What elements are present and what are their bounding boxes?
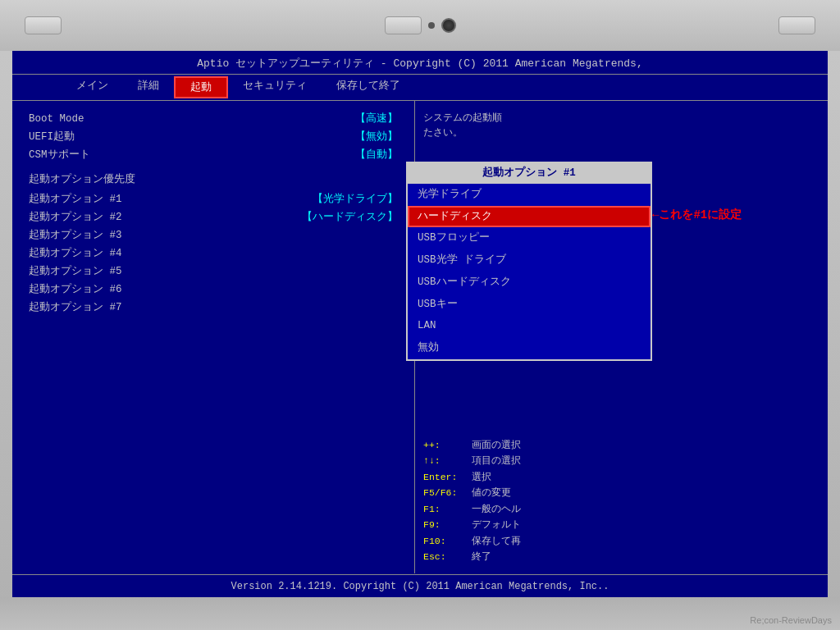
boot-option-3-label: 起動オプション #3 xyxy=(29,227,122,244)
dropdown-item-optical[interactable]: 光学ドライブ xyxy=(408,184,651,206)
key-f9-desc: デフォルト xyxy=(472,517,521,533)
dropdown-item-usb-optical[interactable]: USB光学 ドライブ xyxy=(408,249,651,272)
boot-option-6-label: 起動オプション #6 xyxy=(29,281,122,298)
bezel-button-left xyxy=(25,16,62,34)
boot-mode-label: Boot Mode xyxy=(29,111,84,127)
key-updown-desc: 項目の選択 xyxy=(472,453,521,469)
dropdown-item-usb-hdd[interactable]: USBハードディスク xyxy=(408,272,651,294)
key-row-enter: Enter: 選択 xyxy=(423,469,587,486)
key-row-esc: Esc: 終了 xyxy=(423,549,587,565)
key-f10-desc: 保存して再 xyxy=(472,533,521,550)
key-row-f1: F1: 一般のヘル xyxy=(423,501,587,518)
tab-boot[interactable]: 起動 xyxy=(174,76,228,99)
bios-status-bar: Version 2.14.1219. Copyright (C) 2011 Am… xyxy=(12,574,828,597)
boot-option-4-row[interactable]: 起動オプション #4 xyxy=(29,245,398,262)
dropdown-item-disabled[interactable]: 無効 xyxy=(408,337,651,359)
key-f5f6: F5/F6: xyxy=(423,485,468,501)
annotation-arrow: ←これを#1に設定 xyxy=(652,207,742,224)
boot-option-5-row[interactable]: 起動オプション #5 xyxy=(29,263,398,280)
webcam-area xyxy=(385,16,456,34)
key-row-f10: F10: 保存して再 xyxy=(423,533,587,550)
hint-text: システムの起動順たさい。 xyxy=(423,111,587,140)
key-row-f9: F9: デフォルト xyxy=(423,517,587,533)
boot-option-1-label: 起動オプション #1 xyxy=(29,191,122,208)
dropdown-item-usb-floppy[interactable]: USBフロッピー xyxy=(408,227,651,249)
boot-option-4-label: 起動オプション #4 xyxy=(29,245,122,262)
boot-mode-value: 【高速】 xyxy=(355,111,398,127)
boot-mode-row[interactable]: Boot Mode 【高速】 xyxy=(29,111,398,127)
key-hints-section: ++: 画面の選択 ↑↓: 項目の選択 Enter: 選択 F5/F6: xyxy=(423,437,587,565)
key-row-updown: ↑↓: 項目の選択 xyxy=(423,453,587,469)
webcam-lens xyxy=(441,18,456,33)
key-enter-desc: 選択 xyxy=(472,469,491,486)
bios-menu-bar[interactable]: メイン 詳細 起動 セキュリティ 保存して終了 xyxy=(12,75,828,102)
csm-row[interactable]: CSMサポート 【自動】 xyxy=(29,147,398,163)
bottom-bezel xyxy=(0,597,840,630)
tab-main[interactable]: メイン xyxy=(62,76,123,99)
bios-title: Aptio セットアップユーティリティ - Copyright (C) 2011… xyxy=(197,57,642,70)
laptop-shell: Aptio セットアップユーティリティ - Copyright (C) 2011… xyxy=(0,0,840,630)
status-bar-text: Version 2.14.1219. Copyright (C) 2011 Am… xyxy=(231,579,609,594)
dropdown-title: 起動オプション #1 xyxy=(408,163,651,184)
watermark: Re;con-ReviewDays xyxy=(750,615,832,625)
uefi-label: UEFI起動 xyxy=(29,129,75,145)
key-f1: F1: xyxy=(423,501,468,518)
boot-option-3-row[interactable]: 起動オプション #3 xyxy=(29,227,398,244)
bios-screen: Aptio セットアップユーティリティ - Copyright (C) 2011… xyxy=(12,51,828,597)
key-esc: Esc: xyxy=(423,549,468,565)
bezel-button-right xyxy=(778,16,815,34)
boot-option-2-value: 【ハードディスク】 xyxy=(302,209,398,226)
boot-priority-header: 起動オプション優先度 xyxy=(29,171,398,188)
bios-title-bar: Aptio セットアップユーティリティ - Copyright (C) 2011… xyxy=(12,51,828,75)
tab-save-exit[interactable]: 保存して終了 xyxy=(322,76,415,99)
key-f1-desc: 一般のヘル xyxy=(472,501,521,518)
key-f5f6-desc: 値の変更 xyxy=(472,485,511,501)
boot-option-1-row[interactable]: 起動オプション #1 【光学ドライブ】 xyxy=(29,191,398,208)
dropdown-item-usb-key[interactable]: USBキー xyxy=(408,294,651,316)
boot-option-2-label: 起動オプション #2 xyxy=(29,209,122,226)
dropdown-item-hdd[interactable]: ハードディスク xyxy=(408,206,651,228)
boot-option-2-row[interactable]: 起動オプション #2 【ハードディスク】 xyxy=(29,209,398,226)
boot-option-7-label: 起動オプション #7 xyxy=(29,299,122,316)
uefi-value: 【無効】 xyxy=(355,129,398,145)
webcam-indicator xyxy=(428,22,435,29)
boot-option-6-row[interactable]: 起動オプション #6 xyxy=(29,281,398,298)
left-panel: Boot Mode 【高速】 UEFI起動 【無効】 CSMサポート 【自動】 … xyxy=(12,101,414,573)
boot-option-5-label: 起動オプション #5 xyxy=(29,263,122,280)
csm-label: CSMサポート xyxy=(29,147,90,163)
key-enter: Enter: xyxy=(423,469,468,486)
uefi-row[interactable]: UEFI起動 【無効】 xyxy=(29,129,398,145)
key-updown: ↑↓: xyxy=(423,453,468,469)
boot-option-dropdown[interactable]: 起動オプション #1 光学ドライブ ハードディスク USBフロッピー USB光学… xyxy=(406,162,652,361)
key-f10: F10: xyxy=(423,533,468,550)
tab-security[interactable]: セキュリティ xyxy=(228,76,322,99)
csm-value: 【自動】 xyxy=(355,147,398,163)
dropdown-item-lan[interactable]: LAN xyxy=(408,315,651,337)
top-bezel xyxy=(0,0,840,51)
boot-option-7-row[interactable]: 起動オプション #7 xyxy=(29,299,398,316)
bezel-button-center xyxy=(385,16,422,34)
boot-option-1-value: 【光学ドライブ】 xyxy=(313,191,398,208)
key-row-plusplus: ++: 画面の選択 xyxy=(423,437,587,454)
bios-content: Aptio セットアップユーティリティ - Copyright (C) 2011… xyxy=(12,51,828,597)
key-row-f5f6: F5/F6: 値の変更 xyxy=(423,485,587,501)
tab-advanced[interactable]: 詳細 xyxy=(123,76,174,99)
key-plusplus: ++: xyxy=(423,437,468,454)
key-esc-desc: 終了 xyxy=(472,549,491,565)
key-f9: F9: xyxy=(423,517,468,533)
key-plusplus-desc: 画面の選択 xyxy=(472,437,521,454)
